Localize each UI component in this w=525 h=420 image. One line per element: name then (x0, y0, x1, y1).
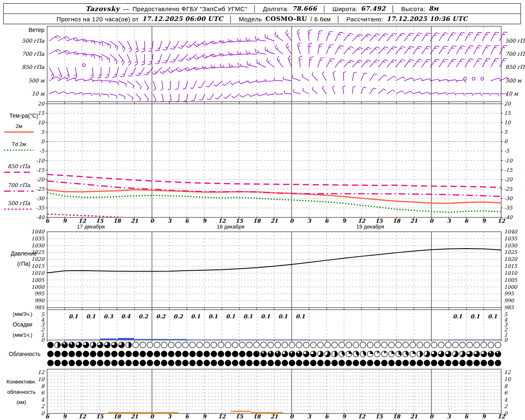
wind-barb-staff (344, 47, 350, 54)
x-tick-label: 18 (253, 413, 261, 420)
temp-ytick-right: 5 (504, 129, 508, 135)
wind-barb-staff (247, 54, 257, 54)
wind-level-label-right: 500 гПа (505, 38, 525, 44)
cloud-cover-circle (253, 342, 259, 348)
wind-barb-feather (142, 48, 145, 49)
cloud-cover-circle (253, 351, 259, 357)
wind-barb-staff (370, 74, 374, 81)
wind-barb-feather (478, 59, 482, 59)
wind-barb-feather (283, 77, 283, 80)
wind-barb-feather (470, 46, 474, 46)
cloud-cover-circle (204, 360, 210, 366)
wind-barb-staff (119, 81, 126, 84)
wind-barb-feather (392, 62, 394, 62)
wind-barb-feather (128, 63, 131, 66)
wind-barb-feather (438, 79, 440, 82)
wind-barb-staff (413, 78, 421, 81)
wind-barb-feather (417, 48, 420, 49)
cloud-cover-circle (388, 342, 394, 348)
wind-barb-feather (238, 62, 239, 66)
pressure-units: (гПа) (17, 260, 30, 267)
wind-barb-staff (422, 79, 429, 81)
wind-barb-feather (394, 76, 396, 78)
wind-barb-staff (49, 35, 57, 41)
wind-barb-feather (231, 83, 233, 85)
wind-barb-feather (402, 33, 405, 34)
wind-barb-feather (469, 48, 471, 48)
cloud-cover-circle (239, 360, 245, 366)
wind-barb-staff (108, 67, 110, 77)
wind-barb-feather (149, 62, 152, 62)
wind-barb-staff (139, 67, 145, 75)
wind-barb-staff (326, 59, 331, 67)
wind-barb-feather (478, 32, 482, 33)
wind-barb-staff (326, 32, 329, 41)
wind-barb-feather (194, 44, 197, 46)
temp-ytick-left: -20 (36, 176, 45, 183)
x-tick-label: 6 (45, 413, 50, 420)
wind-barb-feather (256, 49, 256, 52)
conv-ytick-left: 2 (41, 403, 45, 409)
wind-barb-feather (504, 32, 507, 32)
wind-barb-feather (155, 50, 159, 51)
cloud-cover-fill (57, 342, 60, 348)
wind-barb-staff (491, 59, 495, 67)
precip-bar (82, 340, 99, 340)
wind-barb-feather (105, 77, 109, 78)
wind-barb-staff (153, 94, 156, 100)
wind-barb-feather (171, 70, 173, 72)
cloud-cover-circle (161, 351, 167, 357)
cloud-cover-circle (48, 342, 53, 348)
wind-barb-feather (160, 72, 163, 74)
wind-barb-feather (503, 61, 505, 61)
wind-barb-staff (189, 41, 196, 48)
cloud-cover-circle (204, 351, 210, 357)
wind-barb-feather (148, 64, 151, 65)
wind-barb-staff (275, 80, 283, 81)
wind-barb-feather (168, 89, 171, 90)
cloud-cover-circle (488, 342, 494, 348)
wind-barb-feather (320, 44, 323, 45)
wind-barb-staff (242, 94, 249, 97)
wind-barb-feather (258, 50, 258, 53)
cloud-cover-circle (268, 342, 274, 348)
wind-barb-staff (422, 33, 427, 41)
wind-barb-row (49, 30, 507, 53)
conv-ytick-left: 6 (41, 390, 45, 396)
wind-barb-staff (361, 47, 368, 54)
wind-barb-feather (173, 59, 175, 60)
wind-barb-feather (348, 48, 351, 49)
wind-barb-feather (427, 33, 431, 34)
wind-barb-staff (256, 40, 266, 41)
cloud-cover-circle (247, 360, 252, 366)
cloud-cover-circle (218, 342, 224, 348)
cloud-cover-circle (367, 360, 373, 366)
wind-barb-feather (249, 94, 251, 96)
cloud-cover-circle (452, 360, 458, 366)
cloud-cover-circle (247, 342, 252, 348)
wind-barb-feather (121, 60, 123, 62)
x-tick-label: 21 (270, 218, 278, 224)
wind-barb-feather (259, 62, 260, 64)
wind-barb-feather (207, 99, 210, 100)
wind-barb-feather (220, 64, 221, 67)
cloud-cover-circle (395, 342, 401, 348)
wind-barb-feather (128, 61, 130, 63)
separator: │ (332, 16, 345, 23)
wind-barb-staff (344, 33, 350, 41)
conv-ytick-left: 12 (38, 369, 45, 375)
wind-barb-staff (84, 41, 94, 41)
wind-barb-feather (299, 56, 302, 57)
wind-barb-feather (366, 49, 368, 50)
wind-barb-feather (135, 64, 138, 66)
precip-bar (222, 340, 239, 340)
wind-barb-feather (310, 59, 312, 60)
x-tick-label: 6 (185, 413, 189, 420)
cloud-cover-circle (424, 360, 430, 366)
wind-barb-staff (194, 94, 196, 100)
wind-barb-feather (257, 94, 259, 96)
wind-barb-staff (144, 41, 145, 51)
wind-barb-feather (417, 61, 420, 62)
wind-barb-feather (411, 91, 413, 93)
precip-value-label: 0.1 (453, 313, 462, 320)
